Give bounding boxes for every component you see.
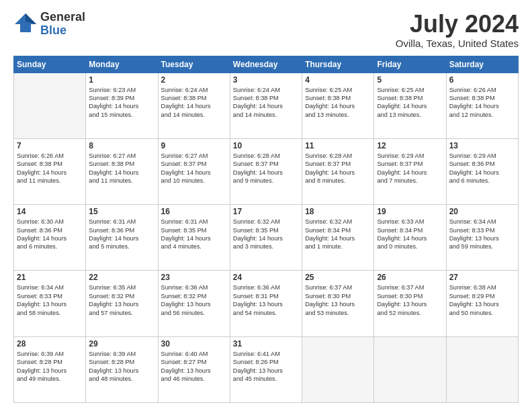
day-number: 4 bbox=[305, 75, 371, 85]
day-number: 21 bbox=[17, 273, 83, 282]
cell-info: Sunrise: 6:40 AM Sunset: 8:27 PM Dayligh… bbox=[161, 350, 227, 383]
calendar-week-1: 1Sunrise: 6:23 AM Sunset: 8:39 PM Daylig… bbox=[14, 73, 519, 138]
day-number: 31 bbox=[233, 339, 299, 349]
calendar-cell: 5Sunrise: 6:25 AM Sunset: 8:38 PM Daylig… bbox=[374, 73, 446, 138]
cell-info: Sunrise: 6:27 AM Sunset: 8:38 PM Dayligh… bbox=[89, 152, 154, 185]
day-number: 5 bbox=[377, 75, 443, 85]
page: General Blue July 2024 Ovilla, Texas, Un… bbox=[0, 0, 532, 411]
calendar-cell: 4Sunrise: 6:25 AM Sunset: 8:38 PM Daylig… bbox=[302, 73, 374, 138]
calendar-cell: 13Sunrise: 6:29 AM Sunset: 8:36 PM Dayli… bbox=[446, 138, 518, 204]
calendar-cell: 30Sunrise: 6:40 AM Sunset: 8:27 PM Dayli… bbox=[158, 336, 230, 402]
day-number: 25 bbox=[305, 273, 371, 282]
day-number: 1 bbox=[89, 75, 154, 85]
cell-info: Sunrise: 6:28 AM Sunset: 8:37 PM Dayligh… bbox=[233, 152, 299, 185]
calendar-cell: 16Sunrise: 6:31 AM Sunset: 8:35 PM Dayli… bbox=[158, 205, 230, 271]
day-number: 24 bbox=[233, 273, 299, 282]
calendar-cell bbox=[374, 336, 446, 402]
day-number: 7 bbox=[17, 141, 83, 150]
cell-info: Sunrise: 6:39 AM Sunset: 8:28 PM Dayligh… bbox=[89, 350, 154, 383]
cell-info: Sunrise: 6:35 AM Sunset: 8:32 PM Dayligh… bbox=[89, 283, 154, 317]
cell-info: Sunrise: 6:39 AM Sunset: 8:28 PM Dayligh… bbox=[17, 350, 83, 383]
day-number: 26 bbox=[377, 273, 443, 282]
cell-info: Sunrise: 6:24 AM Sunset: 8:38 PM Dayligh… bbox=[233, 86, 299, 120]
cell-info: Sunrise: 6:23 AM Sunset: 8:39 PM Dayligh… bbox=[89, 86, 154, 120]
cell-info: Sunrise: 6:29 AM Sunset: 8:37 PM Dayligh… bbox=[377, 152, 443, 185]
logo-icon bbox=[13, 11, 38, 38]
day-number: 19 bbox=[377, 207, 443, 216]
calendar-cell: 2Sunrise: 6:24 AM Sunset: 8:38 PM Daylig… bbox=[158, 73, 230, 138]
calendar-cell: 28Sunrise: 6:39 AM Sunset: 8:28 PM Dayli… bbox=[14, 336, 86, 402]
day-number: 20 bbox=[449, 207, 515, 216]
title-block: July 2024 Ovilla, Texas, United States bbox=[396, 11, 519, 49]
calendar-cell: 23Sunrise: 6:36 AM Sunset: 8:32 PM Dayli… bbox=[158, 271, 230, 336]
cell-info: Sunrise: 6:32 AM Sunset: 8:34 PM Dayligh… bbox=[305, 218, 371, 251]
day-number: 9 bbox=[161, 141, 227, 150]
calendar-cell: 8Sunrise: 6:27 AM Sunset: 8:38 PM Daylig… bbox=[86, 138, 158, 204]
cell-info: Sunrise: 6:29 AM Sunset: 8:36 PM Dayligh… bbox=[449, 152, 515, 185]
day-number: 29 bbox=[89, 339, 154, 349]
calendar-cell: 29Sunrise: 6:39 AM Sunset: 8:28 PM Dayli… bbox=[86, 336, 158, 402]
calendar-cell: 22Sunrise: 6:35 AM Sunset: 8:32 PM Dayli… bbox=[86, 271, 158, 336]
calendar-cell bbox=[14, 73, 86, 138]
day-number: 3 bbox=[233, 75, 299, 85]
day-number: 16 bbox=[161, 207, 227, 216]
cell-info: Sunrise: 6:33 AM Sunset: 8:34 PM Dayligh… bbox=[377, 218, 443, 251]
cell-info: Sunrise: 6:37 AM Sunset: 8:30 PM Dayligh… bbox=[305, 283, 371, 317]
day-number: 17 bbox=[233, 207, 299, 216]
calendar-cell: 20Sunrise: 6:34 AM Sunset: 8:33 PM Dayli… bbox=[446, 205, 518, 271]
calendar-cell: 3Sunrise: 6:24 AM Sunset: 8:38 PM Daylig… bbox=[230, 73, 302, 138]
day-number: 10 bbox=[233, 141, 299, 150]
day-number: 12 bbox=[377, 141, 443, 150]
cell-info: Sunrise: 6:36 AM Sunset: 8:32 PM Dayligh… bbox=[161, 283, 227, 317]
calendar-cell: 31Sunrise: 6:41 AM Sunset: 8:26 PM Dayli… bbox=[230, 336, 302, 402]
logo-blue-text: Blue bbox=[40, 24, 85, 38]
day-number: 8 bbox=[89, 141, 154, 150]
calendar-cell: 15Sunrise: 6:31 AM Sunset: 8:36 PM Dayli… bbox=[86, 205, 158, 271]
day-number: 13 bbox=[449, 141, 515, 150]
cell-info: Sunrise: 6:28 AM Sunset: 8:37 PM Dayligh… bbox=[305, 152, 371, 185]
day-number: 14 bbox=[17, 207, 83, 216]
day-number: 15 bbox=[89, 207, 154, 216]
calendar-cell: 12Sunrise: 6:29 AM Sunset: 8:37 PM Dayli… bbox=[374, 138, 446, 204]
calendar-week-5: 28Sunrise: 6:39 AM Sunset: 8:28 PM Dayli… bbox=[14, 336, 519, 402]
day-number: 2 bbox=[161, 75, 227, 85]
calendar-cell bbox=[446, 336, 518, 402]
calendar-cell: 14Sunrise: 6:30 AM Sunset: 8:36 PM Dayli… bbox=[14, 205, 86, 271]
column-header-wednesday: Wednesday bbox=[230, 56, 302, 73]
calendar-cell: 18Sunrise: 6:32 AM Sunset: 8:34 PM Dayli… bbox=[302, 205, 374, 271]
cell-info: Sunrise: 6:41 AM Sunset: 8:26 PM Dayligh… bbox=[233, 350, 299, 383]
cell-info: Sunrise: 6:26 AM Sunset: 8:38 PM Dayligh… bbox=[449, 86, 515, 120]
calendar-table: SundayMondayTuesdayWednesdayThursdayFrid… bbox=[13, 56, 519, 403]
column-header-saturday: Saturday bbox=[446, 56, 518, 73]
calendar-cell: 19Sunrise: 6:33 AM Sunset: 8:34 PM Dayli… bbox=[374, 205, 446, 271]
header: General Blue July 2024 Ovilla, Texas, Un… bbox=[13, 11, 519, 49]
calendar-cell: 26Sunrise: 6:37 AM Sunset: 8:30 PM Dayli… bbox=[374, 271, 446, 336]
cell-info: Sunrise: 6:24 AM Sunset: 8:38 PM Dayligh… bbox=[161, 86, 227, 120]
column-header-tuesday: Tuesday bbox=[158, 56, 230, 73]
logo-general-text: General bbox=[40, 11, 85, 24]
calendar-cell: 1Sunrise: 6:23 AM Sunset: 8:39 PM Daylig… bbox=[86, 73, 158, 138]
cell-info: Sunrise: 6:31 AM Sunset: 8:35 PM Dayligh… bbox=[161, 218, 227, 251]
logo-text: General Blue bbox=[40, 11, 85, 38]
cell-info: Sunrise: 6:30 AM Sunset: 8:36 PM Dayligh… bbox=[17, 218, 83, 251]
calendar-cell: 6Sunrise: 6:26 AM Sunset: 8:38 PM Daylig… bbox=[446, 73, 518, 138]
calendar-cell: 27Sunrise: 6:38 AM Sunset: 8:29 PM Dayli… bbox=[446, 271, 518, 336]
cell-info: Sunrise: 6:31 AM Sunset: 8:36 PM Dayligh… bbox=[89, 218, 154, 251]
column-header-friday: Friday bbox=[374, 56, 446, 73]
day-number: 30 bbox=[161, 339, 227, 349]
day-number: 18 bbox=[305, 207, 371, 216]
cell-info: Sunrise: 6:25 AM Sunset: 8:38 PM Dayligh… bbox=[377, 86, 443, 120]
calendar-week-4: 21Sunrise: 6:34 AM Sunset: 8:33 PM Dayli… bbox=[14, 271, 519, 336]
logo: General Blue bbox=[13, 11, 85, 38]
cell-info: Sunrise: 6:26 AM Sunset: 8:38 PM Dayligh… bbox=[17, 152, 83, 185]
calendar-cell: 11Sunrise: 6:28 AM Sunset: 8:37 PM Dayli… bbox=[302, 138, 374, 204]
calendar-cell: 10Sunrise: 6:28 AM Sunset: 8:37 PM Dayli… bbox=[230, 138, 302, 204]
cell-info: Sunrise: 6:34 AM Sunset: 8:33 PM Dayligh… bbox=[449, 218, 515, 251]
cell-info: Sunrise: 6:27 AM Sunset: 8:37 PM Dayligh… bbox=[161, 152, 227, 185]
day-number: 28 bbox=[17, 339, 83, 349]
cell-info: Sunrise: 6:34 AM Sunset: 8:33 PM Dayligh… bbox=[17, 283, 83, 317]
column-header-monday: Monday bbox=[86, 56, 158, 73]
day-number: 6 bbox=[449, 75, 515, 85]
day-number: 27 bbox=[449, 273, 515, 282]
cell-info: Sunrise: 6:36 AM Sunset: 8:31 PM Dayligh… bbox=[233, 283, 299, 317]
